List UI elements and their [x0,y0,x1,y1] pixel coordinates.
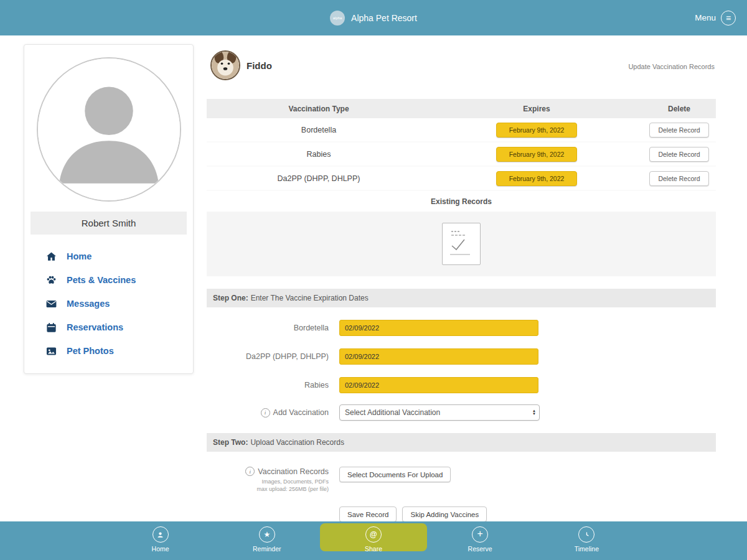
expires-date-button[interactable]: February 9th, 2022 [496,171,577,186]
vaccination-records-label-text: Vaccination Records [258,467,329,476]
bottom-nav-label: Reserve [468,545,492,553]
menu-button[interactable]: Menu ≡ [695,0,736,35]
add-vaccination-label-text: Add Vaccination [273,408,329,417]
step-two-prefix: Step Two: [213,438,248,447]
bottom-nav-home[interactable]: Home [107,521,214,560]
delete-record-button[interactable]: Delete Record [649,147,709,162]
table-row: Bordetella February 9th, 2022 Delete Rec… [207,118,716,142]
select-value: Select Additional Vaccination [345,408,440,417]
upload-hint: Images, Documents, PDFs max upload: 256M… [207,478,329,493]
step-one-prefix: Step One: [213,294,248,302]
form-row-add-vaccination: i Add Vaccination Select Additional Vacc… [207,404,716,421]
bottom-nav-label: Share [365,545,382,553]
form-row-bordetella: Bordetella [207,320,716,336]
bordetella-label: Bordetella [207,324,329,332]
expires-date-button[interactable]: February 9th, 2022 [496,123,577,138]
da2pp-date-input[interactable] [339,348,538,365]
column-header-expires: Expires [431,105,642,113]
bottom-nav-reserve[interactable]: + Reserve [427,521,533,560]
bottom-nav-label: Reminder [253,545,281,553]
upload-label-column: i Vaccination Records Images, Documents,… [207,467,329,493]
user-avatar [37,57,181,202]
info-icon: i [261,408,270,418]
vaccination-type: Bordetella [207,126,431,134]
sidebar-item-home[interactable]: Home [45,245,193,268]
top-bar-center: alpha Alpha Pet Resort [0,0,747,35]
bottom-nav-timeline[interactable]: Timeline [533,521,640,560]
at-circle-icon: @ [365,526,382,543]
form-row-rabies: Rabies [207,377,716,393]
table-row: Rabies February 9th, 2022 Delete Record [207,142,716,167]
pet-name: Fiddo [247,60,272,71]
dog-photo-icon [212,52,239,79]
sidebar-nav: Home Pets & Vaccines Messages [24,245,193,363]
column-header-delete: Delete [642,105,716,113]
document-icon [443,223,480,264]
upload-hint-line1: Images, Documents, PDFs [207,478,329,485]
delete-record-button[interactable]: Delete Record [649,171,709,186]
sidebar: Robert Smith Home Pets & Vaccines [24,44,194,374]
pet-avatar[interactable] [210,50,240,80]
sidebar-item-label: Home [67,251,92,261]
sidebar-item-label: Reservations [67,322,123,332]
sidebar-item-pets-vaccines[interactable]: Pets & Vaccines [45,268,193,292]
envelope-icon [45,298,57,310]
step-two-title: Upload Vaccination Records [250,438,344,447]
record-document-thumbnail[interactable] [442,223,481,265]
top-bar: alpha Alpha Pet Resort Menu ≡ [0,0,747,35]
upload-row: i Vaccination Records Images, Documents,… [207,467,716,493]
calendar-icon [45,322,57,334]
sidebar-item-label: Pet Photos [67,346,114,356]
person-circle-icon [153,526,169,543]
additional-vaccination-select[interactable]: Select Additional Vaccination ▲▼ [339,404,540,421]
bottom-nav-label: Home [152,545,169,553]
bottom-nav-reminder[interactable]: ★ Reminder [214,521,320,560]
app-logo-icon: alpha [330,11,345,26]
select-documents-button[interactable]: Select Documents For Upload [339,467,451,482]
vaccination-type: Da2PP (DHPP, DHLPP) [207,174,431,183]
step-two-bar: Step Two: Upload Vaccination Records [207,433,716,452]
bottom-nav-share[interactable]: @ Share [320,521,426,560]
step-one-bar: Step One: Enter The Vaccine Expiration D… [207,289,716,307]
step-one-title: Enter The Vaccine Expiration Dates [251,294,369,302]
rabies-label: Rabies [207,381,329,390]
app-logo-text: alpha [333,16,342,20]
vaccination-type: Rabies [207,150,431,159]
user-name: Robert Smith [31,212,187,235]
expires-date-button[interactable]: February 9th, 2022 [496,147,577,162]
save-record-button[interactable]: Save Record [339,506,397,522]
sidebar-item-label: Messages [67,299,110,309]
sidebar-item-reservations[interactable]: Reservations [45,315,193,339]
content-area: Robert Smith Home Pets & Vaccines [0,35,747,521]
column-header-vaccination-type: Vaccination Type [207,105,431,113]
pet-header: Fiddo Update Vaccination Records [207,44,716,94]
paw-icon [45,274,57,286]
main-panel: Fiddo Update Vaccination Records Vaccina… [207,35,716,521]
vaccination-table-header: Vaccination Type Expires Delete [207,99,716,118]
delete-record-button[interactable]: Delete Record [649,123,709,138]
rabies-date-input[interactable] [339,377,538,393]
bottom-nav-label: Timeline [575,545,599,553]
sidebar-item-pet-photos[interactable]: Pet Photos [45,339,193,363]
menu-label: Menu [695,13,716,22]
app-title: Alpha Pet Resort [351,13,417,23]
upload-hint-line2: max upload: 256MB (per file) [207,485,329,493]
vaccination-records-label: i Vaccination Records [207,467,329,476]
actions-row: Save Record Skip Adding Vaccines [339,506,716,522]
table-row: Da2PP (DHPP, DHLPP) February 9th, 2022 D… [207,167,716,191]
bottom-nav: Home ★ Reminder @ Share + Reserve Timeli… [107,521,640,560]
update-vaccination-records-link[interactable]: Update Vaccination Records [628,63,715,70]
star-circle-icon: ★ [259,526,275,543]
skip-adding-vaccines-button[interactable]: Skip Adding Vaccines [402,506,487,522]
add-vaccination-label: i Add Vaccination [207,408,329,418]
da2pp-label: Da2PP (DHPP, DHLPP) [207,352,329,361]
form-row-da2pp: Da2PP (DHPP, DHLPP) [207,348,716,365]
home-icon [45,251,57,263]
plus-circle-icon: + [472,526,488,543]
existing-records-panel [207,212,716,276]
sidebar-item-messages[interactable]: Messages [45,292,193,315]
bottom-bar: Home ★ Reminder @ Share + Reserve Timeli… [0,521,747,560]
bordetella-date-input[interactable] [339,320,538,336]
existing-records-heading: Existing Records [207,191,716,212]
clock-circle-icon [578,526,594,543]
